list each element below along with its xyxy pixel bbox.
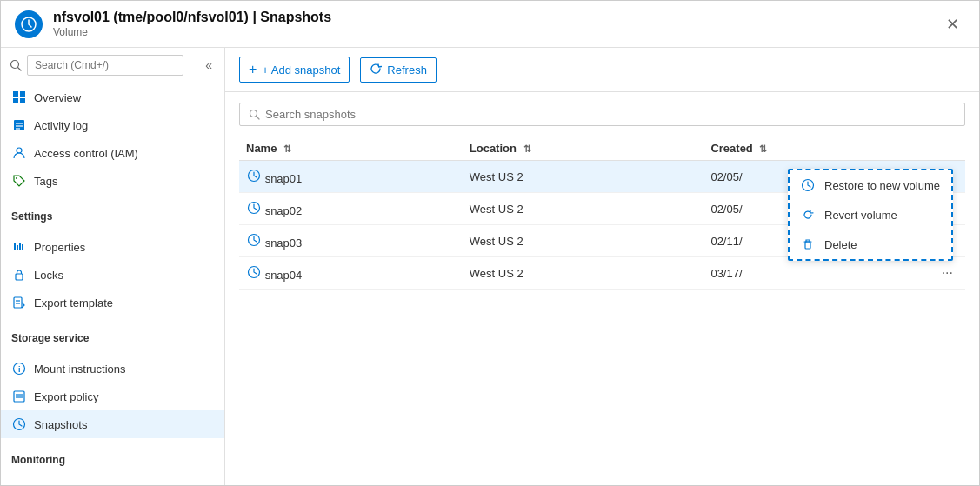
location-sort-icon: ⇅ [523,143,531,154]
tags-icon [11,173,27,189]
context-menu-item-restore[interactable]: Restore to new volume [790,170,951,200]
sidebar-item-metrics[interactable]: Metrics [1,476,224,485]
properties-icon [11,239,27,255]
col-created-label: Created [710,142,752,155]
context-menu-item-delete[interactable]: Delete [790,230,951,259]
sidebar-item-properties[interactable]: Properties [1,233,224,261]
sidebar-item-access-control[interactable]: Access control (IAM) [1,139,224,167]
restore-label: Restore to new volume [824,179,940,192]
context-menu-item-revert[interactable]: Revert volume [790,200,951,230]
mount-instructions-icon: i [11,361,27,376]
svg-rect-23 [14,391,24,402]
svg-rect-34 [805,242,810,249]
title-bar: nfsvol01 (tme/pool0/nfsvol01) | Snapshot… [1,1,979,48]
row-snap04-icon [246,264,262,280]
sidebar-item-tags[interactable]: Tags [1,167,224,195]
snap04-location: West US 2 [463,257,704,290]
export-policy-icon [11,389,27,404]
row-snap02-icon [246,200,262,216]
section-settings: Settings [1,202,224,226]
sidebar-item-export-template[interactable]: Export template [1,289,224,316]
svg-point-12 [16,177,17,179]
section-monitoring: Monitoring [1,445,224,469]
export-template-icon [11,295,27,310]
sidebar-search-input[interactable] [27,55,183,76]
snap01-location: West US 2 [463,161,704,193]
sidebar-item-snapshots[interactable]: Snapshots [1,410,224,438]
snap04-created: 03/17/ [703,257,929,290]
app-icon [15,10,43,38]
svg-line-28 [257,117,260,120]
context-menu: Restore to new volume Revert volume [788,169,953,261]
sidebar-item-mount-instructions[interactable]: i Mount instructions [1,355,224,383]
toolbar: + + Add snapshot Refresh [225,48,979,92]
snap03-location: West US 2 [463,225,704,257]
row-snap01-icon [246,168,262,183]
col-name-label: Name [246,142,277,155]
sidebar-item-tags-label: Tags [34,175,57,188]
sidebar-search-container: « [1,48,224,83]
delete-icon [800,236,816,252]
snapshots-search-input[interactable] [265,108,956,121]
snapshots-icon [11,416,27,432]
col-created[interactable]: Created ⇅ [703,136,929,161]
svg-line-2 [18,68,22,71]
sidebar-item-export-policy[interactable]: Export policy [1,383,224,410]
svg-rect-4 [20,91,25,97]
snap02-name: snap02 [265,204,303,217]
activity-log-icon [11,117,27,133]
svg-rect-6 [20,98,25,103]
name-sort-icon: ⇅ [283,143,291,154]
sidebar: « Overview [1,48,225,485]
locks-icon [11,267,27,283]
svg-rect-14 [17,245,18,250]
snapshots-search-icon [249,109,260,120]
sidebar-item-overview[interactable]: Overview [1,83,224,111]
snapshots-search-bar[interactable] [239,103,965,126]
table-row[interactable]: snap04 West US 2 03/17/ ··· [239,257,965,290]
row-snap03-icon [246,232,262,248]
sidebar-item-locks-label: Locks [34,269,63,282]
page-subtitle: Volume [53,26,88,38]
sidebar-item-mount-instructions-label: Mount instructions [34,363,126,376]
svg-rect-16 [22,244,23,250]
add-snapshot-label: + Add snapshot [262,63,340,77]
title-text: nfsvol01 (tme/pool0/nfsvol01) | Snapshot… [53,10,929,38]
svg-rect-5 [13,98,18,103]
snap04-name: snap04 [265,269,303,282]
close-button[interactable]: ✕ [939,11,965,37]
main-content: + + Add snapshot Refresh [225,48,979,485]
content-area: Name ⇅ Location ⇅ Created ⇅ [225,92,979,485]
sidebar-item-metrics-label: Metrics [34,484,70,486]
collapse-button[interactable]: « [202,57,216,74]
sidebar-item-activity-log-label: Activity log [34,119,88,132]
snap03-name: snap03 [265,236,303,250]
section-storage-service: Storage service [1,323,224,348]
snap02-location: West US 2 [463,193,704,225]
delete-label: Delete [824,238,857,251]
svg-rect-3 [13,91,18,97]
restore-icon [800,177,816,193]
col-name[interactable]: Name ⇅ [239,136,463,161]
snap04-more-button[interactable]: ··· [937,263,958,283]
col-location[interactable]: Location ⇅ [463,136,704,161]
overview-icon [11,90,27,105]
svg-rect-18 [14,297,22,308]
revert-icon [800,207,816,223]
col-location-label: Location [470,142,517,155]
metrics-icon [11,483,27,485]
svg-rect-17 [16,274,23,280]
refresh-button[interactable]: Refresh [360,57,437,83]
refresh-icon [370,63,382,77]
search-icon [10,59,22,71]
sidebar-item-properties-label: Properties [34,241,85,254]
sidebar-item-activity-log[interactable]: Activity log [1,111,224,139]
add-snapshot-button[interactable]: + + Add snapshot [239,57,350,83]
svg-rect-15 [19,243,21,250]
sidebar-item-export-policy-label: Export policy [34,390,98,403]
sidebar-item-snapshots-label: Snapshots [34,418,87,431]
sidebar-item-access-control-label: Access control (IAM) [34,147,138,160]
add-icon: + [249,62,257,77]
sidebar-item-locks[interactable]: Locks [1,261,224,289]
snap01-name: snap01 [265,172,303,185]
